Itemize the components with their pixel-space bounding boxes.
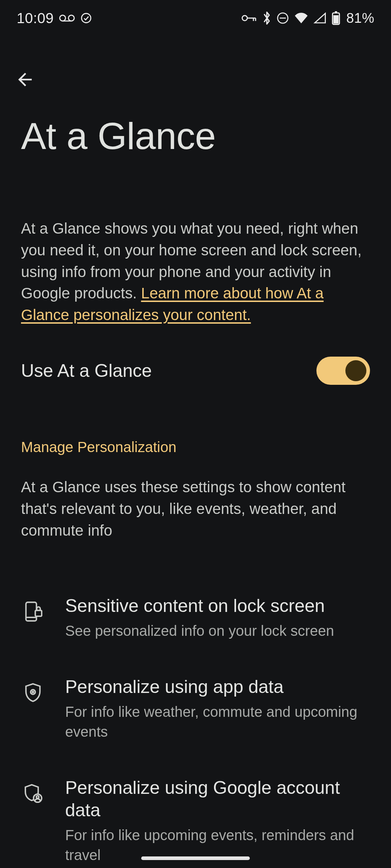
gesture-nav-bar[interactable] bbox=[0, 856, 391, 860]
status-bar: 10:09 81% bbox=[0, 0, 391, 36]
manage-personalization-body: At a Glance uses these settings to show … bbox=[21, 476, 370, 541]
wifi-icon bbox=[294, 12, 308, 24]
svg-marker-10 bbox=[315, 13, 325, 23]
intro-paragraph: At a Glance shows you what you need, rig… bbox=[21, 218, 370, 326]
pref-title: Personalize using app data bbox=[65, 676, 370, 698]
svg-point-18 bbox=[32, 692, 33, 693]
svg-rect-12 bbox=[335, 11, 337, 13]
shield-account-icon bbox=[21, 776, 45, 804]
battery-percent: 81% bbox=[346, 10, 374, 26]
dnd-icon bbox=[277, 12, 289, 24]
pref-app-data[interactable]: Personalize using app data For info like… bbox=[21, 658, 370, 759]
toggle-knob bbox=[345, 360, 366, 381]
battery-icon bbox=[332, 11, 340, 25]
pref-sub: For info like weather, commute and upcom… bbox=[65, 702, 370, 742]
status-time: 10:09 bbox=[17, 10, 54, 26]
svg-point-1 bbox=[68, 15, 74, 21]
svg-point-4 bbox=[242, 16, 247, 21]
phone-lock-icon bbox=[21, 595, 45, 622]
pref-sensitive-content[interactable]: Sensitive content on lock screen See per… bbox=[21, 577, 370, 658]
use-at-a-glance-label: Use At a Glance bbox=[21, 360, 308, 381]
pref-google-account-data[interactable]: Personalize using Google account data Fo… bbox=[21, 759, 370, 868]
bluetooth-icon bbox=[262, 12, 272, 25]
app-bar bbox=[0, 58, 391, 101]
alarm-check-icon bbox=[80, 12, 92, 24]
svg-point-0 bbox=[60, 15, 66, 21]
svg-rect-16 bbox=[35, 610, 42, 616]
manage-personalization-header: Manage Personalization bbox=[21, 439, 370, 455]
use-at-a-glance-toggle[interactable] bbox=[316, 357, 370, 385]
back-button[interactable] bbox=[9, 64, 41, 95]
use-at-a-glance-row[interactable]: Use At a Glance bbox=[21, 357, 370, 385]
shield-icon bbox=[21, 676, 45, 703]
pref-title: Personalize using Google account data bbox=[65, 776, 370, 822]
content-scroll[interactable]: At a Glance At a Glance shows you what y… bbox=[0, 101, 391, 868]
arrow-back-icon bbox=[15, 69, 35, 90]
cell-signal-icon bbox=[314, 12, 327, 24]
nav-pill bbox=[141, 856, 250, 860]
pref-title: Sensitive content on lock screen bbox=[65, 595, 370, 617]
page-title: At a Glance bbox=[21, 116, 370, 156]
svg-rect-13 bbox=[333, 15, 339, 24]
voicemail-icon bbox=[59, 14, 75, 22]
vpn-key-icon bbox=[241, 14, 257, 22]
svg-point-3 bbox=[81, 13, 91, 23]
pref-sub: See personalized info on your lock scree… bbox=[65, 621, 370, 641]
